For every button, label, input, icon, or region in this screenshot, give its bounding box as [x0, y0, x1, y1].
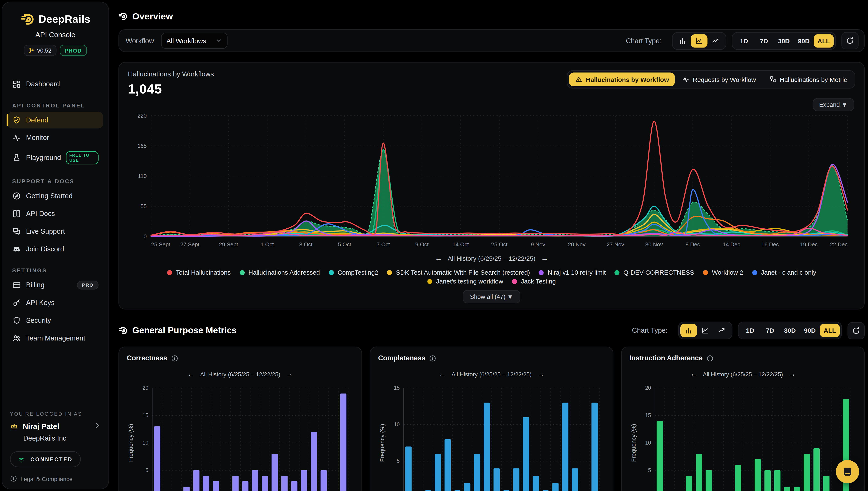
workflow-select[interactable]: All Workflows [161, 33, 227, 49]
info-icon[interactable] [171, 355, 178, 362]
area-chart-icon [701, 326, 709, 335]
sidebar-item-dashboard[interactable]: Dashboard [8, 76, 103, 92]
range-90d-button[interactable]: 90D [794, 34, 814, 47]
prev-arrow-icon[interactable]: ← [187, 370, 195, 378]
sidebar-item-api-keys[interactable]: API Keys [8, 294, 103, 311]
sidebar-item-security[interactable]: Security [8, 312, 103, 329]
svg-text:20 Nov: 20 Nov [568, 241, 585, 248]
metrics-chart-type-line-button[interactable] [714, 324, 730, 337]
next-arrow-icon[interactable]: → [286, 370, 293, 378]
svg-text:9 Oct: 9 Oct [415, 241, 429, 248]
deeprails-logo-icon [20, 12, 35, 27]
info-icon[interactable] [706, 355, 714, 362]
main-content: Overview Workflow: All Workflows Chart T… [109, 0, 868, 491]
sidebar-item-defend[interactable]: Defend [8, 112, 103, 128]
legend-dot [239, 270, 245, 275]
metrics-range-30d-button[interactable]: 30D [780, 324, 800, 337]
legend-item[interactable]: Workflow 2 [703, 269, 743, 276]
chart-type-line-button[interactable] [707, 34, 724, 47]
svg-text:30 Nov: 30 Nov [645, 241, 663, 248]
trend-line-icon [718, 326, 726, 335]
next-arrow-icon[interactable]: → [537, 370, 544, 378]
legend-item[interactable]: Q-DEV-CORRECTNESS [614, 269, 694, 276]
range-all-button[interactable]: ALL [814, 34, 834, 47]
sidebar-nav: Dashboard API CONTROL PANEL Defend Monit… [8, 75, 103, 348]
tab-hallucinations-by-metric[interactable]: Hallucinations by Metric [763, 73, 853, 87]
legend-dot [752, 270, 757, 275]
sidebar-item-billing[interactable]: Billing PRO [8, 277, 103, 293]
legend-dot [387, 270, 392, 275]
chart-type-bar-button[interactable] [674, 34, 691, 47]
metrics-refresh-button[interactable] [847, 322, 865, 339]
prev-arrow-icon[interactable]: ← [439, 370, 446, 378]
legend-item[interactable]: Hallucinations Addressed [239, 269, 320, 276]
metrics-range-7d-button[interactable]: 7D [760, 324, 780, 337]
legend-dot [703, 270, 708, 275]
sidebar-item-api-docs[interactable]: API Docs [8, 205, 103, 222]
tab-hallucinations-by-workflow[interactable]: Hallucinations by Workflow [569, 73, 675, 87]
connection-status[interactable]: CONNECTED [10, 451, 81, 467]
legend-dot [539, 270, 544, 275]
svg-text:110: 110 [138, 173, 147, 179]
correctness-chart[interactable]: 0510152025303540455055606570758085909510… [127, 382, 354, 491]
chart-type-label: Chart Type: [632, 326, 668, 335]
version-badge[interactable]: v0.52 [24, 45, 57, 56]
legend-item[interactable]: Total Hallucinations [167, 269, 231, 276]
range-30d-button[interactable]: 30D [774, 34, 794, 47]
legend-item[interactable]: Janet's testing workflow [427, 278, 503, 284]
next-arrow-icon[interactable]: → [788, 370, 795, 378]
sidebar-item-join-discord[interactable]: Join Discord [8, 241, 103, 258]
svg-text:27 Sept: 27 Sept [180, 241, 200, 248]
show-all-button[interactable]: Show all (47) ▼ [463, 290, 520, 304]
metrics-range-all-button[interactable]: ALL [820, 324, 840, 337]
completeness-chart[interactable]: 0510152025303540455055606570758085909510… [378, 382, 605, 491]
metrics-chart-type-area-button[interactable] [697, 324, 714, 337]
user-row[interactable]: Niraj Patel [10, 421, 101, 431]
chart-type-area-button[interactable] [691, 34, 707, 47]
sidebar-item-team-management[interactable]: Team Management [8, 330, 103, 347]
instruction-adherence-chart[interactable]: 0510152025303540455055606570758085909510… [630, 382, 857, 491]
chevron-right-icon[interactable] [93, 421, 101, 431]
expand-button[interactable]: Expand ▼ [812, 98, 854, 111]
sidebar-item-playground[interactable]: Playground FREE TO USE [8, 147, 103, 169]
workflow-label: Workflow: [125, 37, 156, 45]
next-arrow-icon[interactable]: → [541, 254, 548, 262]
metric-nodes-icon [769, 76, 776, 83]
chat-launcher-button[interactable] [836, 460, 859, 483]
crown-icon [10, 422, 18, 430]
section-settings: SETTINGS [12, 267, 103, 273]
svg-text:5: 5 [145, 467, 148, 473]
hallucinations-chart[interactable]: 25 Sept27 Sept29 Sept1 Oct3 Oct5 Oct7 Oc… [128, 111, 853, 251]
legend-item[interactable]: SDK Test Automatic With File Search (res… [387, 269, 530, 276]
range-7d-button[interactable]: 7D [754, 34, 774, 47]
refresh-button[interactable] [841, 32, 859, 49]
sidebar-item-getting-started[interactable]: Getting Started [8, 187, 103, 204]
info-icon[interactable] [429, 355, 437, 362]
svg-text:8 Dec: 8 Dec [686, 241, 700, 248]
metrics-chart-type-segment [678, 322, 732, 340]
sidebar-item-monitor[interactable]: Monitor [8, 129, 103, 146]
svg-text:7 Oct: 7 Oct [377, 241, 390, 248]
metrics-chart-type-bar-button[interactable] [681, 324, 697, 337]
legend-item[interactable]: Janet - c and c only [752, 269, 816, 276]
svg-text:16 Dec: 16 Dec [761, 241, 779, 248]
legend-item[interactable]: CompTesting2 [329, 269, 378, 276]
tab-requests-by-workflow[interactable]: Requests by Workflow [676, 73, 762, 87]
prev-arrow-icon[interactable]: ← [435, 254, 442, 262]
legal-compliance-link[interactable]: Legal & Compliance [10, 475, 101, 482]
chat-launcher-icon [842, 466, 853, 477]
prev-arrow-icon[interactable]: ← [690, 370, 697, 378]
legend-item[interactable]: Niraj v1 10 retry limit [539, 269, 606, 276]
legend-item[interactable]: Jack Testing [512, 278, 556, 284]
svg-text:20: 20 [143, 385, 148, 391]
metrics-range-1d-button[interactable]: 1D [740, 324, 760, 337]
svg-text:1 Oct: 1 Oct [260, 241, 274, 248]
page-header: Overview [118, 0, 865, 29]
sidebar-item-live-support[interactable]: Live Support [8, 223, 103, 240]
filter-bar: Workflow: All Workflows Chart Type: [118, 29, 865, 52]
metrics-range-90d-button[interactable]: 90D [800, 324, 820, 337]
hallucinations-total: 1,045 [128, 82, 214, 97]
svg-text:19 Dec: 19 Dec [800, 241, 817, 248]
range-1d-button[interactable]: 1D [734, 34, 754, 47]
wifi-icon [17, 456, 25, 463]
